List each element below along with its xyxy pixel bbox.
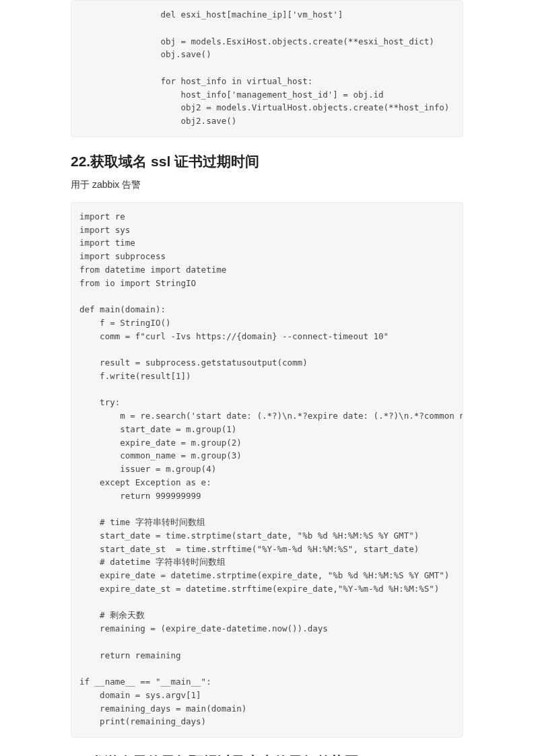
section-heading-23: 23.发送今天的天气预报以及未来的天气趋势图 <box>71 753 463 756</box>
code-block-ssl: import re import sys import time import … <box>71 202 463 738</box>
section-22-desc: 用于 zabbix 告警 <box>71 179 463 191</box>
document-content: del esxi_host[machine_ip]['vm_host'] obj… <box>0 0 534 756</box>
code-ssl-content: import re import sys import time import … <box>79 211 463 727</box>
code-block-esxi: del esxi_host[machine_ip]['vm_host'] obj… <box>71 0 463 137</box>
section-heading-22: 22.获取域名 ssl 证书过期时间 <box>71 152 463 171</box>
code-esxi-content: del esxi_host[machine_ip]['vm_host'] obj… <box>79 9 449 126</box>
